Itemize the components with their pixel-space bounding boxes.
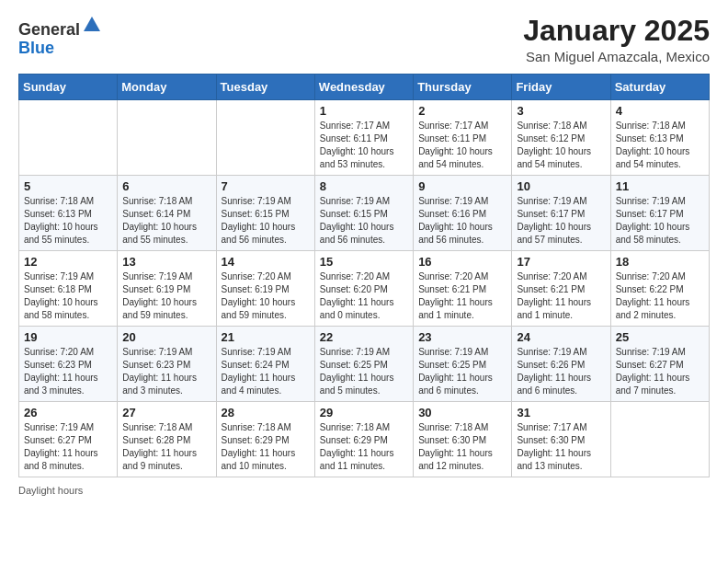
calendar-cell: 24 Sunrise: 7:19 AMSunset: 6:26 PMDaylig… <box>512 327 610 402</box>
calendar-week-5: 26 Sunrise: 7:19 AMSunset: 6:27 PMDaylig… <box>19 402 710 477</box>
calendar-cell: 25 Sunrise: 7:19 AMSunset: 6:27 PMDaylig… <box>610 327 709 402</box>
header: General Blue January 2025 San Miguel Ama… <box>18 15 710 64</box>
day-number: 24 <box>517 330 605 344</box>
calendar-cell: 6 Sunrise: 7:18 AMSunset: 6:14 PMDayligh… <box>118 176 216 251</box>
calendar-cell: 1 Sunrise: 7:17 AMSunset: 6:11 PMDayligh… <box>314 100 413 176</box>
day-info: Sunrise: 7:19 AMSunset: 6:27 PMDaylight:… <box>24 422 98 471</box>
day-number: 22 <box>320 330 408 344</box>
day-info: Sunrise: 7:20 AMSunset: 6:22 PMDaylight:… <box>616 271 690 320</box>
weekday-header-friday: Friday <box>512 75 610 100</box>
day-number: 19 <box>24 330 112 344</box>
day-number: 10 <box>517 179 605 193</box>
calendar-cell: 10 Sunrise: 7:19 AMSunset: 6:17 PMDaylig… <box>512 176 610 251</box>
calendar-week-1: 1 Sunrise: 7:17 AMSunset: 6:11 PMDayligh… <box>19 100 710 176</box>
calendar-cell: 21 Sunrise: 7:19 AMSunset: 6:24 PMDaylig… <box>216 327 314 402</box>
svg-marker-0 <box>84 17 100 31</box>
weekday-header-tuesday: Tuesday <box>216 75 314 100</box>
day-number: 13 <box>122 255 210 269</box>
calendar-cell: 17 Sunrise: 7:20 AMSunset: 6:21 PMDaylig… <box>512 251 610 327</box>
day-number: 29 <box>320 406 408 419</box>
calendar-cell: 18 Sunrise: 7:20 AMSunset: 6:22 PMDaylig… <box>610 251 709 327</box>
day-info: Sunrise: 7:19 AMSunset: 6:24 PMDaylight:… <box>222 347 296 396</box>
day-info: Sunrise: 7:19 AMSunset: 6:15 PMDaylight:… <box>320 196 394 245</box>
day-info: Sunrise: 7:20 AMSunset: 6:21 PMDaylight:… <box>418 271 493 320</box>
calendar-body: 1 Sunrise: 7:17 AMSunset: 6:11 PMDayligh… <box>19 100 710 477</box>
calendar-cell: 26 Sunrise: 7:19 AMSunset: 6:27 PMDaylig… <box>19 402 118 477</box>
weekday-header-sunday: Sunday <box>19 75 118 100</box>
calendar-cell: 8 Sunrise: 7:19 AMSunset: 6:15 PMDayligh… <box>314 176 413 251</box>
day-number: 18 <box>616 255 704 269</box>
calendar-cell: 9 Sunrise: 7:19 AMSunset: 6:16 PMDayligh… <box>414 176 512 251</box>
calendar-cell: 29 Sunrise: 7:18 AMSunset: 6:29 PMDaylig… <box>314 402 413 477</box>
day-number: 6 <box>122 179 210 193</box>
calendar-cell: 3 Sunrise: 7:18 AMSunset: 6:12 PMDayligh… <box>512 100 610 176</box>
day-info: Sunrise: 7:18 AMSunset: 6:30 PMDaylight:… <box>418 422 493 471</box>
calendar-cell: 14 Sunrise: 7:20 AMSunset: 6:19 PMDaylig… <box>216 251 314 327</box>
calendar-cell: 7 Sunrise: 7:19 AMSunset: 6:15 PMDayligh… <box>216 176 314 251</box>
day-info: Sunrise: 7:20 AMSunset: 6:20 PMDaylight:… <box>320 271 394 320</box>
day-number: 17 <box>517 255 605 269</box>
calendar-week-3: 12 Sunrise: 7:19 AMSunset: 6:18 PMDaylig… <box>19 251 710 327</box>
calendar-cell: 11 Sunrise: 7:19 AMSunset: 6:17 PMDaylig… <box>610 176 709 251</box>
title-block: January 2025 San Miguel Amazcala, Mexico <box>523 15 710 64</box>
calendar-cell <box>610 402 709 477</box>
day-info: Sunrise: 7:19 AMSunset: 6:19 PMDaylight:… <box>122 271 197 320</box>
day-info: Sunrise: 7:19 AMSunset: 6:27 PMDaylight:… <box>616 347 690 396</box>
calendar-cell: 30 Sunrise: 7:18 AMSunset: 6:30 PMDaylig… <box>414 402 512 477</box>
day-info: Sunrise: 7:20 AMSunset: 6:19 PMDaylight:… <box>222 271 296 320</box>
day-info: Sunrise: 7:18 AMSunset: 6:13 PMDaylight:… <box>616 121 690 169</box>
footer-note: Daylight hours <box>18 485 710 496</box>
day-number: 23 <box>418 330 506 344</box>
day-info: Sunrise: 7:19 AMSunset: 6:16 PMDaylight:… <box>418 196 493 245</box>
day-info: Sunrise: 7:19 AMSunset: 6:17 PMDaylight:… <box>616 196 690 245</box>
day-number: 21 <box>222 330 310 344</box>
logo-blue: Blue <box>18 39 54 57</box>
calendar-cell: 28 Sunrise: 7:18 AMSunset: 6:29 PMDaylig… <box>216 402 314 477</box>
day-info: Sunrise: 7:19 AMSunset: 6:18 PMDaylight:… <box>24 271 98 320</box>
day-number: 15 <box>320 255 408 269</box>
day-number: 5 <box>24 179 112 193</box>
day-info: Sunrise: 7:20 AMSunset: 6:21 PMDaylight:… <box>517 271 591 320</box>
day-info: Sunrise: 7:18 AMSunset: 6:12 PMDaylight:… <box>517 121 591 169</box>
page: General Blue January 2025 San Miguel Ama… <box>0 0 728 563</box>
day-info: Sunrise: 7:19 AMSunset: 6:25 PMDaylight:… <box>320 347 394 396</box>
day-info: Sunrise: 7:19 AMSunset: 6:25 PMDaylight:… <box>418 347 493 396</box>
day-info: Sunrise: 7:19 AMSunset: 6:26 PMDaylight:… <box>517 347 591 396</box>
day-info: Sunrise: 7:17 AMSunset: 6:11 PMDaylight:… <box>320 121 394 169</box>
calendar-cell: 16 Sunrise: 7:20 AMSunset: 6:21 PMDaylig… <box>414 251 512 327</box>
day-info: Sunrise: 7:18 AMSunset: 6:28 PMDaylight:… <box>122 422 197 471</box>
weekday-header-wednesday: Wednesday <box>314 75 413 100</box>
calendar-week-2: 5 Sunrise: 7:18 AMSunset: 6:13 PMDayligh… <box>19 176 710 251</box>
weekday-header-thursday: Thursday <box>414 75 512 100</box>
calendar-week-4: 19 Sunrise: 7:20 AMSunset: 6:23 PMDaylig… <box>19 327 710 402</box>
calendar-cell: 19 Sunrise: 7:20 AMSunset: 6:23 PMDaylig… <box>19 327 118 402</box>
day-number: 30 <box>418 406 506 419</box>
calendar-cell <box>19 100 118 176</box>
day-number: 28 <box>222 406 310 419</box>
day-number: 16 <box>418 255 506 269</box>
day-number: 20 <box>122 330 210 344</box>
day-info: Sunrise: 7:18 AMSunset: 6:29 PMDaylight:… <box>222 422 296 471</box>
calendar-header-row: SundayMondayTuesdayWednesdayThursdayFrid… <box>19 75 710 100</box>
day-number: 7 <box>222 179 310 193</box>
calendar-cell <box>118 100 216 176</box>
day-number: 11 <box>616 179 704 193</box>
day-number: 1 <box>320 104 408 118</box>
logo-text: General Blue <box>18 15 102 58</box>
logo-icon <box>82 15 102 35</box>
day-number: 2 <box>418 104 506 118</box>
day-info: Sunrise: 7:17 AMSunset: 6:30 PMDaylight:… <box>517 422 591 471</box>
day-number: 4 <box>616 104 704 118</box>
weekday-header-saturday: Saturday <box>610 75 709 100</box>
day-number: 12 <box>24 255 112 269</box>
calendar-cell: 31 Sunrise: 7:17 AMSunset: 6:30 PMDaylig… <box>512 402 610 477</box>
day-number: 8 <box>320 179 408 193</box>
day-info: Sunrise: 7:18 AMSunset: 6:14 PMDaylight:… <box>122 196 197 245</box>
day-number: 14 <box>222 255 310 269</box>
day-info: Sunrise: 7:18 AMSunset: 6:13 PMDaylight:… <box>24 196 98 245</box>
calendar-cell: 4 Sunrise: 7:18 AMSunset: 6:13 PMDayligh… <box>610 100 709 176</box>
day-info: Sunrise: 7:20 AMSunset: 6:23 PMDaylight:… <box>24 347 98 396</box>
day-number: 26 <box>24 406 112 419</box>
calendar-cell: 5 Sunrise: 7:18 AMSunset: 6:13 PMDayligh… <box>19 176 118 251</box>
day-number: 31 <box>517 406 605 419</box>
